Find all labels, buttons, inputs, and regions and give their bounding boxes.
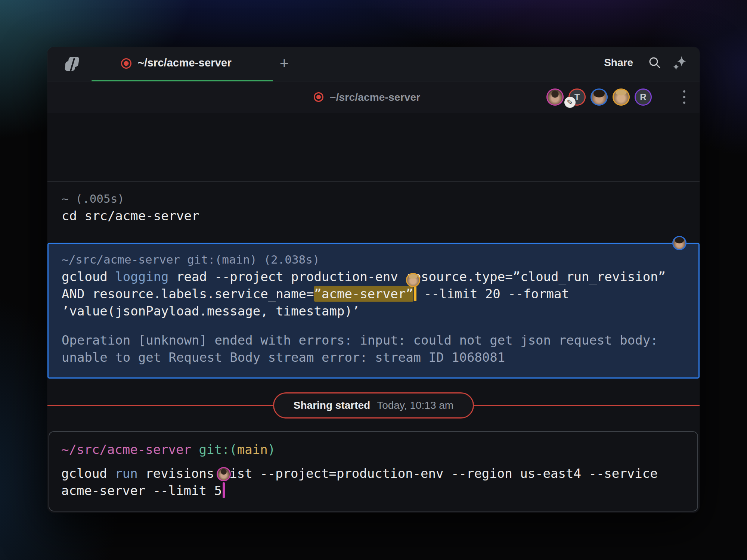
command-line-2: AND resource.labels.service_name=”acme-s… bbox=[62, 285, 666, 302]
command-block-cd[interactable]: ~ (.005s) cd src/acme-server bbox=[62, 190, 199, 224]
sharing-time: Today, 10:13 am bbox=[377, 399, 453, 411]
input-line-1: gcloud run revisions list --project=prod… bbox=[61, 465, 658, 482]
remote-cursor-avatar-yellow bbox=[406, 273, 420, 287]
current-prompt-block[interactable]: ~/src/acme-server git:(main) gcloud run … bbox=[49, 431, 698, 511]
avatar-user-r[interactable]: R bbox=[635, 88, 652, 106]
terminal-window: ~/src/acme-server + Share bbox=[47, 47, 700, 513]
pencil-badge-icon: ✎ bbox=[564, 97, 576, 108]
tab-title[interactable]: ~/src/acme-server bbox=[138, 57, 232, 69]
sharing-label: Sharing started bbox=[294, 399, 370, 411]
block-meta: ~ (.005s) bbox=[62, 190, 199, 207]
share-button[interactable]: Share bbox=[604, 57, 633, 69]
new-tab-button[interactable]: + bbox=[276, 54, 292, 74]
app-logo-icon[interactable] bbox=[62, 53, 83, 75]
avatar-editing-user[interactable]: ✎ bbox=[546, 88, 564, 106]
command-line-1: gcloud logging read --project production… bbox=[62, 268, 666, 285]
presence-avatar-blue bbox=[672, 236, 686, 250]
collaborator-avatars: ✎ T R bbox=[546, 88, 652, 106]
ai-sparkles-icon[interactable] bbox=[672, 55, 687, 70]
session-header: ~/src/acme-server ✎ T R bbox=[47, 81, 700, 113]
error-line-1: Operation [unknown] ended with errors: i… bbox=[62, 332, 666, 349]
avatar bbox=[546, 88, 564, 106]
desktop-backdrop: ~/src/acme-server + Share bbox=[0, 0, 747, 560]
command-line-3: ’value(jsonPayload.message, timestamp)’ bbox=[62, 302, 666, 320]
recording-icon bbox=[313, 92, 324, 102]
recording-icon bbox=[121, 58, 132, 69]
command-block-gcloud-logging[interactable]: ~/src/acme-server git:(main) (2.038s) gc… bbox=[47, 243, 700, 379]
block-meta: ~/src/acme-server git:(main) (2.038s) bbox=[62, 251, 666, 268]
block-separator bbox=[47, 181, 700, 181]
remote-caret-magenta bbox=[223, 482, 225, 498]
search-icon[interactable] bbox=[648, 56, 661, 69]
prompt-line: ~/src/acme-server git:(main) bbox=[61, 441, 658, 458]
remote-cursor-avatar-magenta bbox=[217, 467, 231, 481]
overflow-menu-icon[interactable] bbox=[682, 88, 687, 106]
error-line-2: unable to get Request Body stream error:… bbox=[62, 349, 666, 366]
tab-bar: ~/src/acme-server + Share bbox=[47, 47, 700, 81]
remote-selection: ”acme-server” bbox=[314, 286, 413, 302]
block-command: cd src/acme-server bbox=[62, 207, 199, 224]
avatar-user-yellow[interactable] bbox=[613, 88, 630, 106]
input-line-2[interactable]: acme-server --limit 5 bbox=[61, 482, 658, 499]
avatar-user-blue[interactable] bbox=[591, 88, 608, 106]
sharing-started-badge: Sharing started Today, 10:13 am bbox=[273, 392, 474, 419]
session-title: ~/src/acme-server bbox=[330, 91, 420, 103]
